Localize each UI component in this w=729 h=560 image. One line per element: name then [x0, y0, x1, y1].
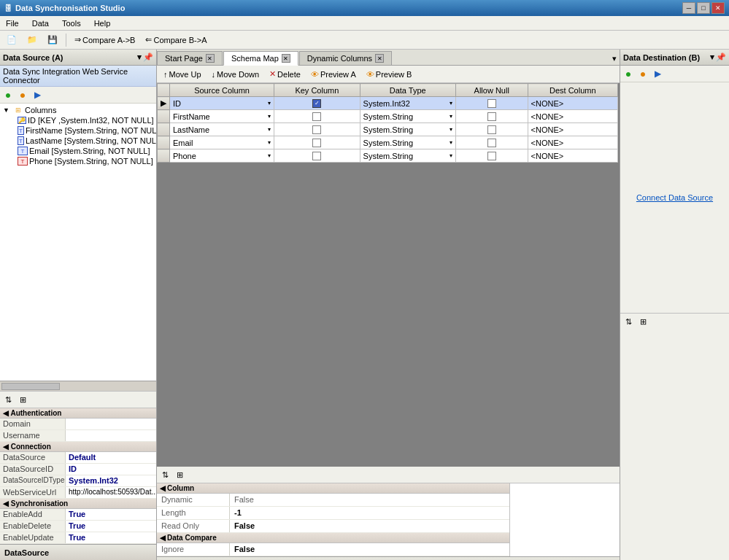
cell-datatype-4[interactable]: System.String ▾	[360, 136, 455, 149]
sort-icon[interactable]: ⇅	[1, 393, 15, 406]
cell-dest-1[interactable]: <NONE>	[528, 97, 617, 110]
cell-key-1[interactable]: ✓	[274, 97, 360, 110]
cell-dest-4[interactable]: <NONE>	[528, 136, 617, 149]
connection-section-header[interactable]: ◀ Connection	[0, 442, 156, 452]
dropdown-icon-dt-5[interactable]: ▾	[450, 152, 452, 159]
toolbar-btn1[interactable]: 📄	[3, 33, 20, 47]
tab-dynamic-columns[interactable]: Dynamic Columns ✕	[299, 51, 392, 65]
datacompare-section-header[interactable]: ◀ Data Compare	[157, 533, 509, 543]
cell-source-3[interactable]: LastName ▾	[170, 123, 274, 136]
allownull-checkbox-2[interactable]	[487, 112, 496, 121]
cell-datatype-3[interactable]: System.String ▾	[360, 123, 455, 136]
cell-key-5[interactable]	[274, 149, 360, 163]
title-bar-controls[interactable]: ─ □ ✕	[682, 2, 725, 14]
dropdown-icon-3[interactable]: ▾	[268, 126, 271, 133]
menu-file[interactable]: File	[3, 18, 22, 28]
compare-ba-button[interactable]: ⇐ Compare B->A	[142, 33, 210, 47]
cell-key-4[interactable]	[274, 136, 360, 149]
maximize-button[interactable]: □	[697, 2, 710, 14]
tree-item-email[interactable]: T Email [System.String, NOT NULL]	[1, 146, 155, 156]
right-panel-pin-icon[interactable]: 📌	[716, 52, 726, 62]
right-sort-icon[interactable]: ⇅	[622, 315, 635, 328]
tree-item-firstname[interactable]: T FirstName [System.String, NOT NULL]	[1, 125, 155, 136]
right-panel-controls[interactable]: ▾ 📌	[710, 52, 726, 62]
cell-datatype-1[interactable]: System.Int32 ▾	[360, 97, 455, 110]
menu-data[interactable]: Data	[29, 18, 52, 28]
dropdown-icon-dt-2[interactable]: ▾	[450, 113, 452, 120]
cell-dest-2[interactable]: <NONE>	[528, 110, 617, 123]
preview-a-button[interactable]: 👁 Preview A	[307, 69, 360, 80]
dropdown-icon-dt-1[interactable]: ▾	[450, 100, 452, 106]
move-up-button[interactable]: ↑ Move Up	[160, 69, 205, 80]
key-checkbox-1[interactable]: ✓	[312, 99, 321, 108]
right-btn-blue[interactable]: ▶	[651, 67, 664, 80]
allownull-checkbox-4[interactable]	[487, 139, 496, 147]
preview-b-button[interactable]: 👁 Preview B	[363, 69, 416, 80]
cell-source-5[interactable]: Phone ▾	[170, 149, 274, 163]
tab-start-page[interactable]: Start Page ✕	[157, 51, 223, 65]
toolbar-btn3[interactable]: 💾	[44, 33, 61, 47]
tree-item-id[interactable]: 🔑 ID [KEY ,System.Int32, NOT NULL]	[1, 115, 155, 125]
cell-allownull-2[interactable]	[455, 110, 528, 123]
right-btn-green[interactable]: ●	[622, 67, 635, 80]
key-checkbox-5[interactable]	[312, 152, 321, 160]
cell-source-2[interactable]: FirstName ▾	[170, 110, 274, 123]
delete-button[interactable]: ✕ Delete	[266, 68, 304, 80]
cell-datatype-5[interactable]: System.String ▾	[360, 149, 455, 163]
tab-close-dynamic[interactable]: ✕	[375, 54, 384, 63]
allownull-checkbox-1[interactable]	[487, 99, 496, 108]
column-section-header[interactable]: ◀ Column	[157, 483, 509, 494]
cell-key-3[interactable]	[274, 123, 360, 136]
tree-btn-orange[interactable]: ●	[16, 88, 29, 101]
tree-item-phone[interactable]: T Phone [System.String, NOT NULL]	[1, 156, 155, 166]
cell-source-1[interactable]: ID ▾	[170, 97, 274, 110]
cell-source-4[interactable]: Email ▾	[170, 136, 274, 149]
tree-btn-blue[interactable]: ▶	[31, 88, 44, 101]
allownull-checkbox-3[interactable]	[487, 125, 496, 134]
cell-key-2[interactable]	[274, 110, 360, 123]
minimize-button[interactable]: ─	[682, 2, 695, 14]
horizontal-scrollbar[interactable]	[0, 381, 156, 391]
cell-allownull-4[interactable]	[455, 136, 528, 149]
cell-allownull-1[interactable]	[455, 97, 528, 110]
key-checkbox-4[interactable]	[312, 139, 321, 147]
menu-help[interactable]: Help	[91, 18, 114, 28]
panel-dropdown-icon[interactable]: ▾	[137, 52, 142, 62]
dropdown-icon-dt-4[interactable]: ▾	[450, 139, 452, 146]
dropdown-icon-5[interactable]: ▾	[268, 152, 271, 159]
tab-close-schema[interactable]: ✕	[282, 54, 290, 63]
cell-dest-5[interactable]: <NONE>	[528, 149, 617, 163]
bottom-sort-btn[interactable]: ⇅	[158, 468, 171, 481]
right-panel-dropdown-icon[interactable]: ▾	[710, 52, 714, 62]
tree-btn-green[interactable]: ●	[1, 88, 15, 101]
dropdown-icon-1[interactable]: ▾	[268, 100, 271, 106]
dropdown-icon-2[interactable]: ▾	[268, 113, 271, 120]
tab-schema-map[interactable]: Schema Map ✕	[223, 51, 298, 66]
sync-section-header[interactable]: ◀ Synchronisation	[0, 499, 156, 509]
dropdown-icon-dt-3[interactable]: ▾	[450, 126, 452, 133]
menu-tools[interactable]: Tools	[59, 18, 84, 28]
key-checkbox-3[interactable]	[312, 125, 321, 134]
bottom-grid-btn[interactable]: ⊞	[173, 468, 186, 481]
compare-ab-button[interactable]: ⇒ Compare A->B	[71, 33, 139, 47]
tree-item-lastname[interactable]: T LastName [System.String, NOT NULL]	[1, 136, 155, 146]
key-checkbox-2[interactable]	[312, 112, 321, 121]
cell-dest-3[interactable]: <NONE>	[528, 123, 617, 136]
tab-close-start[interactable]: ✕	[206, 54, 215, 63]
cell-datatype-2[interactable]: System.String ▾	[360, 110, 455, 123]
right-btn-orange[interactable]: ●	[636, 67, 649, 80]
tab-dropdown-btn[interactable]: ▾	[609, 52, 620, 65]
auth-section-header[interactable]: ◀ Authentication	[0, 408, 156, 419]
grid-icon[interactable]: ⊞	[16, 393, 29, 406]
panel-pin-icon[interactable]: 📌	[143, 52, 153, 62]
right-grid-icon[interactable]: ⊞	[636, 315, 649, 328]
dropdown-icon-4[interactable]: ▾	[268, 139, 271, 146]
cell-allownull-3[interactable]	[455, 123, 528, 136]
tree-root-columns[interactable]: ▼ ⊞ Columns	[1, 105, 155, 115]
toolbar-btn2[interactable]: 📁	[23, 33, 41, 47]
panel-header-controls[interactable]: ▾ 📌	[137, 52, 153, 62]
allownull-checkbox-5[interactable]	[487, 152, 496, 160]
move-down-button[interactable]: ↓ Move Down	[208, 69, 263, 80]
close-button[interactable]: ✕	[711, 2, 725, 14]
cell-allownull-5[interactable]	[455, 149, 528, 163]
